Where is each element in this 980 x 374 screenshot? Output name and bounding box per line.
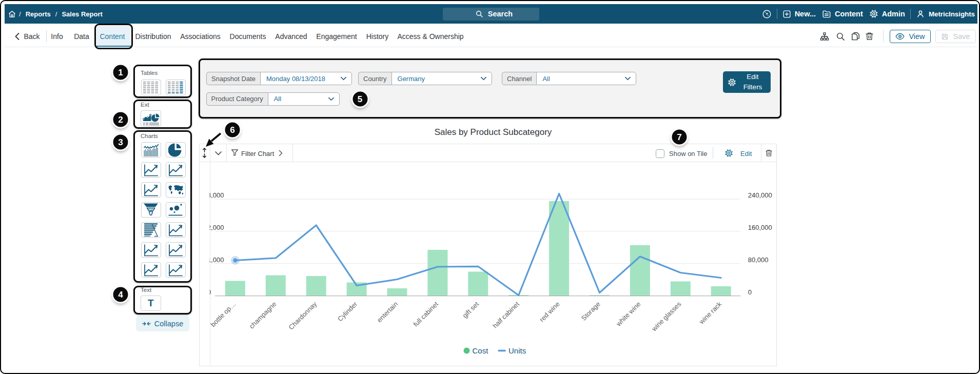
svg-text:Storage: Storage (580, 300, 602, 322)
svg-text:wine rack: wine rack (697, 300, 723, 326)
svg-text:1,000: 1,000 (207, 256, 224, 264)
svg-text:Cost: Cost (473, 346, 489, 355)
svg-text:0: 0 (748, 288, 752, 296)
svg-text:wine glasses: wine glasses (650, 300, 682, 333)
svg-text:full cabinet: full cabinet (411, 300, 440, 328)
svg-text:red wine: red wine (538, 300, 561, 323)
svg-text:half cabinet: half cabinet (491, 300, 521, 330)
svg-text:Units: Units (508, 346, 526, 355)
svg-text:champagne: champagne (248, 300, 278, 330)
svg-text:Chardonnay: Chardonnay (287, 300, 319, 331)
svg-text:white wine: white wine (614, 300, 642, 328)
svg-text:bottle op…: bottle op… (209, 300, 237, 328)
svg-text:80,000: 80,000 (748, 256, 769, 264)
svg-text:160,000: 160,000 (748, 224, 772, 231)
svg-text:gift set: gift set (461, 300, 480, 320)
svg-text:240,000: 240,000 (748, 191, 772, 199)
svg-text:Cylinder: Cylinder (336, 300, 359, 323)
svg-text:entertain: entertain (376, 300, 399, 324)
svg-text:3,000: 3,000 (207, 191, 224, 199)
svg-text:2,000: 2,000 (207, 224, 224, 231)
svg-text:0: 0 (207, 288, 211, 296)
